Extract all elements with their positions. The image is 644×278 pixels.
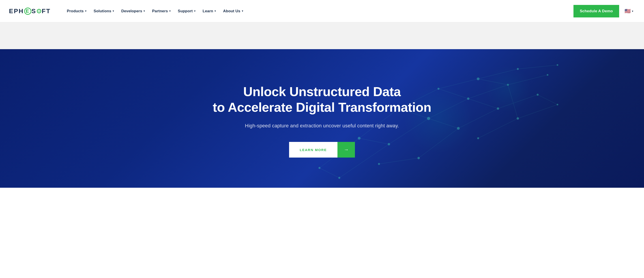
chevron-down-icon: ▾ [242, 10, 243, 12]
svg-point-43 [477, 137, 479, 139]
svg-point-45 [557, 104, 558, 105]
svg-line-25 [379, 158, 418, 164]
svg-point-48 [484, 65, 532, 113]
nav-link-developers[interactable]: Developers ▾ [118, 7, 148, 15]
chevron-down-icon: ▾ [194, 10, 196, 12]
nav-link-solutions[interactable]: Solutions ▾ [91, 7, 117, 15]
hero-subtitle: High-speed capture and extraction uncove… [213, 122, 431, 129]
hero-cta-group: LEARN MORE → [289, 142, 355, 157]
hero-content: Unlock Unstructured Data to Accelerate D… [213, 84, 431, 157]
svg-point-26 [318, 167, 320, 169]
nav-label-learn: Learn [203, 9, 213, 13]
svg-point-42 [536, 94, 538, 96]
nav-item-about-us[interactable]: About Us ▾ [220, 7, 246, 15]
nav-label-partners: Partners [152, 9, 168, 13]
svg-line-24 [538, 95, 558, 105]
svg-line-21 [478, 119, 518, 138]
nav-link-products[interactable]: Products ▾ [64, 7, 89, 15]
nav-item-solutions[interactable]: Solutions ▾ [91, 7, 117, 15]
nav-item-learn[interactable]: Learn ▾ [200, 7, 219, 15]
nav-item-products[interactable]: Products ▾ [64, 7, 89, 15]
svg-point-33 [338, 177, 340, 179]
nav-link-about-us[interactable]: About Us ▾ [220, 7, 246, 15]
navbar: EPHES⊙FT Products ▾ Solutions ▾ Develope… [0, 0, 644, 22]
svg-point-32 [557, 64, 558, 66]
chevron-down-icon: ▾ [144, 10, 145, 12]
svg-line-5 [518, 65, 557, 69]
svg-point-30 [477, 78, 480, 80]
svg-point-44 [516, 117, 519, 120]
nav-link-learn[interactable]: Learn ▾ [200, 7, 219, 15]
svg-point-46 [378, 163, 380, 165]
hero-title-line1: Unlock Unstructured Data [243, 84, 400, 99]
chevron-down-icon: ▾ [85, 10, 86, 12]
nav-item-support[interactable]: Support ▾ [175, 7, 198, 15]
nav-label-support: Support [178, 9, 193, 13]
svg-point-38 [547, 74, 548, 76]
hero-section: Unlock Unstructured Data to Accelerate D… [0, 49, 644, 188]
flag-us-icon: 🇺🇸 [624, 8, 630, 14]
chevron-down-icon: ▾ [169, 10, 171, 12]
hero-title: Unlock Unstructured Data to Accelerate D… [213, 84, 431, 115]
nav-item-partners[interactable]: Partners ▾ [149, 7, 173, 15]
nav-label-products: Products [67, 9, 84, 13]
svg-line-15 [320, 168, 340, 178]
logo-text: EPHES⊙FT [9, 7, 50, 15]
nav-item-developers[interactable]: Developers ▾ [118, 7, 148, 15]
nav-link-support[interactable]: Support ▾ [175, 7, 198, 15]
hero-title-line2: to Accelerate Digital Transformation [213, 100, 431, 114]
learn-more-arrow-button[interactable]: → [338, 142, 355, 157]
navbar-left: EPHES⊙FT Products ▾ Solutions ▾ Develope… [9, 7, 246, 15]
language-selector[interactable]: 🇺🇸 ▾ [623, 7, 635, 15]
schedule-demo-button[interactable]: Schedule A Demo [574, 5, 619, 17]
gray-spacer-section [0, 22, 644, 49]
logo[interactable]: EPHES⊙FT [9, 7, 50, 15]
chevron-down-icon: ▾ [113, 10, 114, 12]
svg-line-22 [518, 105, 557, 119]
nav-link-partners[interactable]: Partners ▾ [149, 7, 173, 15]
chevron-down-icon: ▾ [632, 10, 633, 13]
nav-label-about-us: About Us [223, 9, 240, 13]
nav-label-solutions: Solutions [94, 9, 111, 13]
logo-circle-e: E [24, 7, 31, 15]
navbar-right: Schedule A Demo 🇺🇸 ▾ [574, 5, 635, 17]
learn-more-button[interactable]: LEARN MORE [289, 142, 338, 157]
chevron-down-icon: ▾ [214, 10, 216, 12]
nav-links: Products ▾ Solutions ▾ Developers ▾ Part… [64, 7, 246, 15]
nav-label-developers: Developers [121, 9, 142, 13]
